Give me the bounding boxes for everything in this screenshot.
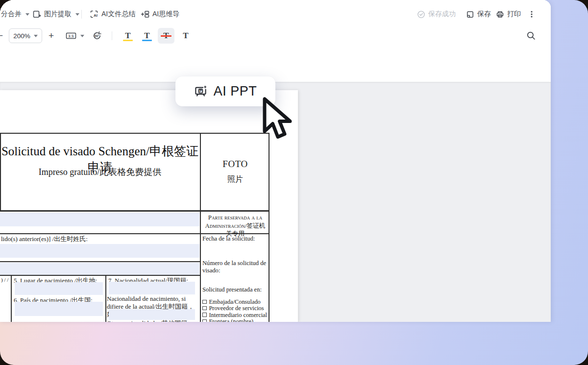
chevron-down-icon — [80, 35, 84, 37]
text-tool-button[interactable]: T — [177, 28, 194, 44]
ai-mindmap-button[interactable]: AI思维导 — [141, 5, 179, 24]
blue-bar — [142, 40, 152, 42]
svg-text:AI: AI — [94, 13, 98, 18]
rotate-90-icon: 90° — [92, 31, 102, 41]
yellow-bar — [123, 40, 133, 42]
form-field[interactable] — [109, 282, 195, 294]
option-checkbox[interactable]: Proveedor de servicios — [202, 305, 268, 312]
photo-label: FOTO — [201, 159, 270, 170]
chevron-down-icon — [34, 35, 38, 37]
form-subtitle: Impreso gratuito/此表格免费提供 — [0, 166, 200, 178]
option-checkbox[interactable]: Intermediario comercial — [202, 312, 268, 318]
save-label: 保存 — [477, 10, 491, 19]
ai-mindmap-label: AI思维导 — [152, 10, 179, 19]
ai-summary-label: AI文件总结 — [101, 10, 135, 19]
table-hline — [0, 275, 200, 276]
table-vline — [11, 275, 12, 322]
screenshot-frame: AI+ S 分合并 — [0, 0, 588, 365]
check-circle-icon — [417, 10, 425, 19]
save-status: 保存成功 — [417, 5, 456, 24]
option-checkbox[interactable]: Embajada/Consulado — [202, 299, 268, 305]
numero-label: Número de la solicitud de visado: — [202, 260, 268, 275]
kebab-menu-icon — [528, 10, 536, 19]
fit-ratio-dropdown[interactable]: 1:1 — [66, 26, 84, 45]
rotate-90-button[interactable]: 90° — [92, 26, 102, 45]
option-checkbox[interactable]: Frontera (nombre) — [202, 318, 268, 322]
browser-window: AI+ S 分合并 — [0, 0, 551, 322]
ai-ppt-icon: P — [194, 85, 207, 98]
highlight-text-button[interactable]: T — [120, 28, 136, 44]
admin-header: Parte reservada a la Administración/签证机关… — [202, 214, 268, 238]
red-strike-bar — [161, 35, 172, 37]
underline-text-button[interactable]: T — [139, 28, 155, 44]
ai-mindmap-icon — [141, 10, 149, 19]
mouse-cursor — [262, 97, 294, 142]
print-icon — [496, 10, 504, 19]
ai-summary-icon: AI — [90, 10, 98, 19]
prev-surname-label: lido(s) anterior(es)] /出生时姓氏: — [1, 235, 88, 243]
chevron-down-icon — [25, 13, 29, 16]
table-hline — [0, 261, 200, 262]
split-merge-button[interactable]: 分合并 — [1, 5, 29, 24]
one-to-one-icon: 1:1 — [66, 31, 76, 40]
form-field[interactable] — [0, 263, 199, 275]
admin-options: Embajada/Consulado Proveedor de servicio… — [202, 299, 268, 322]
table-hline — [0, 211, 270, 212]
search-button[interactable] — [526, 26, 536, 45]
print-label: 打印 — [507, 10, 521, 19]
form-field[interactable] — [0, 213, 199, 226]
form-field[interactable] — [15, 302, 103, 316]
svg-text:1:1: 1:1 — [68, 34, 74, 38]
zoom-level-dropdown[interactable]: 200% — [9, 28, 42, 43]
search-icon — [526, 31, 536, 41]
editor-toolbar: 分合并 图片提取 AI AI文件总结 — [0, 0, 551, 48]
presentada-label: Solicitud presentada en: — [202, 286, 268, 293]
svg-text:90°: 90° — [95, 34, 99, 38]
text-glyph: T — [183, 31, 188, 41]
save-button[interactable]: 保存 — [466, 5, 491, 24]
image-extract-label: 图片提取 — [44, 10, 72, 19]
form-field[interactable] — [0, 244, 199, 258]
toolbar-divider — [112, 31, 112, 40]
ai-summary-button[interactable]: AI AI文件总结 — [90, 5, 135, 24]
field-other-label: Otras nacionalidades/其他国籍: — [107, 319, 200, 322]
image-extract-button[interactable]: 图片提取 — [32, 5, 79, 24]
svg-text:P: P — [199, 89, 202, 93]
image-extract-icon — [32, 10, 41, 19]
ai-ppt-label: AI PPT — [214, 84, 257, 99]
table-vline — [105, 275, 106, 322]
ai-ppt-tooltip-button[interactable]: P AI PPT — [175, 76, 275, 106]
print-button[interactable]: 打印 — [496, 5, 521, 24]
save-icon — [466, 10, 474, 19]
zoom-level-value: 200% — [13, 32, 30, 40]
form-field[interactable] — [15, 282, 103, 295]
split-merge-label: 分合并 — [1, 10, 22, 19]
save-status-label: 保存成功 — [428, 10, 456, 19]
fecha-label: Fecha de la solicitud: — [202, 235, 268, 243]
date-fragment: ) / / — [1, 277, 8, 283]
pdf-page: Solicitud de visado Schengen/申根签证申请 Impr… — [0, 90, 298, 322]
photo-label-cn: 照片 — [201, 174, 270, 185]
chevron-down-icon — [75, 13, 79, 16]
zoom-out-button[interactable]: − — [0, 26, 3, 45]
more-menu-button[interactable] — [528, 5, 536, 24]
strikethrough-text-button[interactable]: T — [158, 28, 174, 44]
zoom-in-button[interactable]: + — [49, 26, 54, 45]
form-field[interactable] — [109, 309, 195, 320]
toolbar-divider — [81, 10, 82, 19]
